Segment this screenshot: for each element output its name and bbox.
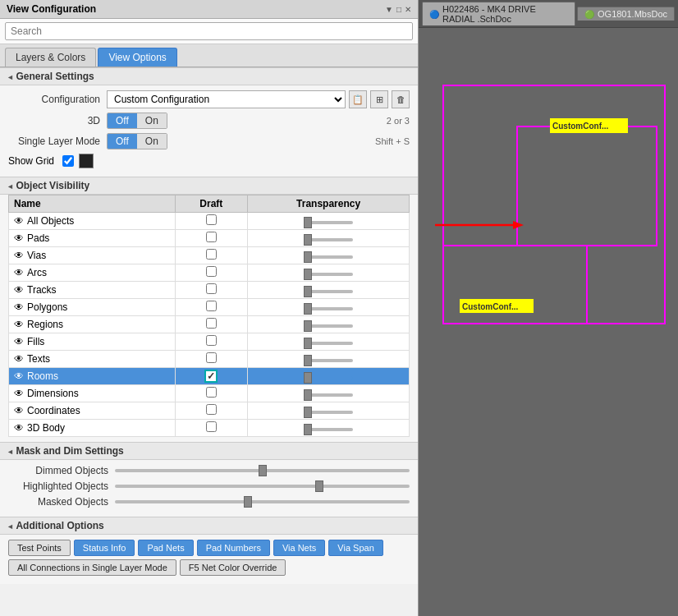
visibility-eye-icon[interactable]: 👁 [14, 232, 24, 244]
pad-nets-button[interactable]: Pad Nets [138, 540, 193, 556]
visibility-eye-icon[interactable]: 👁 [14, 388, 24, 399]
visibility-eye-icon[interactable]: 👁 [14, 405, 24, 416]
col-draft: Draft [175, 195, 248, 213]
table-row: 👁Arcs [9, 264, 410, 282]
tab-view-options[interactable]: View Options [98, 48, 176, 67]
config-add-button[interactable]: ⊞ [370, 90, 388, 108]
transparency-slider[interactable] [304, 307, 353, 310]
panel-title-bar: View Configuration ▼ □ ✕ [0, 0, 418, 19]
draft-checkbox-highlighted[interactable]: ✓ [204, 370, 218, 383]
visibility-eye-icon[interactable]: 👁 [14, 336, 24, 347]
visibility-eye-icon[interactable]: 👁 [14, 301, 24, 313]
tab-bar: Layers & Colors View Options [0, 44, 418, 67]
3d-off-button[interactable]: Off [108, 113, 137, 128]
masked-objects-row: Masked Objects [8, 496, 410, 508]
transparency-slider[interactable] [304, 221, 353, 224]
search-wrapper [5, 22, 413, 40]
draft-checkbox[interactable] [206, 335, 217, 346]
panel-content: General Settings Configuration Custom Co… [0, 67, 418, 616]
canvas-svg: CustomConf... CustomConf... [435, 44, 678, 616]
vis-row-draft [175, 230, 248, 247]
left-panel: View Configuration ▼ □ ✕ Layers & Colors… [0, 0, 419, 616]
table-row: 👁Coordinates [9, 402, 410, 420]
search-input[interactable] [5, 22, 413, 40]
tab-icon-schematic: 🔵 [429, 10, 439, 19]
status-info-button[interactable]: Status Info [74, 540, 135, 556]
transparency-slider[interactable] [304, 324, 353, 328]
pad-numbers-button[interactable]: Pad Numbers [197, 540, 270, 556]
general-settings-header[interactable]: General Settings [0, 67, 418, 85]
show-grid-row: Show Grid [8, 154, 410, 168]
all-connections-button[interactable]: All Connections in Single Layer Mode [8, 559, 176, 576]
single-layer-off-button[interactable]: Off [108, 134, 137, 149]
vis-row-transparency [248, 368, 410, 385]
visibility-eye-icon[interactable]: 👁 [14, 370, 24, 382]
visibility-eye-icon[interactable]: 👁 [14, 319, 24, 330]
tab-h022486[interactable]: 🔵 H022486 - MK4 DRIVE RADIAL .SchDoc [422, 2, 575, 25]
config-select[interactable]: Custom Configuration [107, 90, 346, 108]
vis-row-name: 👁Fills [9, 333, 176, 351]
3d-shortcut: 2 or 3 [387, 116, 410, 126]
masked-slider[interactable] [115, 500, 410, 503]
transparency-slider[interactable] [304, 411, 353, 414]
draft-checkbox[interactable] [206, 301, 217, 311]
mask-dim-header[interactable]: Mask and Dim Settings [0, 442, 418, 460]
float-button[interactable]: □ [396, 5, 401, 14]
draft-checkbox[interactable] [206, 249, 217, 260]
visibility-eye-icon[interactable]: 👁 [14, 422, 24, 434]
configuration-row: Configuration Custom Configuration 📋 ⊞ 🗑 [8, 90, 410, 108]
visibility-eye-icon[interactable]: 👁 [14, 284, 24, 296]
transparency-slider[interactable] [304, 359, 353, 362]
highlighted-slider[interactable] [115, 485, 410, 488]
visibility-eye-icon[interactable]: 👁 [14, 215, 24, 227]
vis-row-transparency [248, 385, 410, 402]
vis-row-transparency [248, 333, 410, 351]
draft-checkbox[interactable] [206, 352, 217, 363]
transparency-slider[interactable] [304, 393, 353, 397]
transparency-slider[interactable] [304, 342, 353, 345]
visibility-eye-icon[interactable]: 👁 [14, 267, 24, 278]
show-grid-checkbox[interactable] [62, 155, 74, 167]
single-layer-on-button[interactable]: On [137, 134, 167, 149]
transparency-slider[interactable] [304, 428, 353, 431]
via-span-button[interactable]: Via Span [328, 540, 383, 556]
tab-layers-colors[interactable]: Layers & Colors [5, 48, 96, 67]
draft-checkbox[interactable] [206, 214, 217, 225]
draft-checkbox[interactable] [206, 387, 217, 398]
vis-row-name: 👁Polygons [9, 299, 176, 316]
transparency-slider[interactable] [304, 290, 353, 293]
test-points-button[interactable]: Test Points [8, 540, 71, 556]
transparency-slider[interactable] [304, 238, 353, 241]
vis-row-draft [175, 402, 248, 420]
config-delete-button[interactable]: 🗑 [392, 90, 410, 108]
visibility-eye-icon[interactable]: 👁 [14, 353, 24, 365]
draft-checkbox[interactable] [206, 404, 217, 415]
mask-dim-body: Dimmed Objects Highlighted Objects Maske… [0, 460, 418, 517]
dimmed-slider[interactable] [115, 469, 410, 472]
draft-checkbox[interactable] [206, 283, 217, 294]
tab-icon-mbs: 🟢 [584, 10, 594, 19]
additional-options-header[interactable]: Additional Options [0, 517, 418, 535]
net-color-override-button[interactable]: F5 Net Color Override [180, 559, 286, 576]
tab-og1801[interactable]: 🟢 OG1801.MbsDoc [577, 7, 675, 21]
vis-row-transparency [248, 402, 410, 420]
via-nets-button[interactable]: Via Nets [273, 540, 325, 556]
3d-label: 3D [8, 115, 107, 126]
pin-button[interactable]: ▼ [385, 5, 393, 14]
object-visibility-header[interactable]: Object Visibility [0, 177, 418, 195]
draft-checkbox[interactable] [206, 266, 217, 277]
transparency-slider[interactable] [304, 255, 353, 259]
draft-checkbox[interactable] [206, 232, 217, 242]
transparency-slider[interactable] [304, 376, 353, 379]
visibility-eye-icon[interactable]: 👁 [14, 250, 24, 261]
vis-row-draft [175, 282, 248, 299]
vis-row-draft [175, 351, 248, 368]
config-copy-button[interactable]: 📋 [349, 90, 367, 108]
draft-checkbox[interactable] [206, 421, 217, 432]
3d-on-button[interactable]: On [137, 113, 167, 128]
transparency-slider[interactable] [304, 273, 353, 276]
grid-color-swatch[interactable] [79, 154, 94, 168]
close-button[interactable]: ✕ [405, 5, 411, 14]
single-layer-toggle: Off On [107, 133, 167, 149]
draft-checkbox[interactable] [206, 318, 217, 329]
